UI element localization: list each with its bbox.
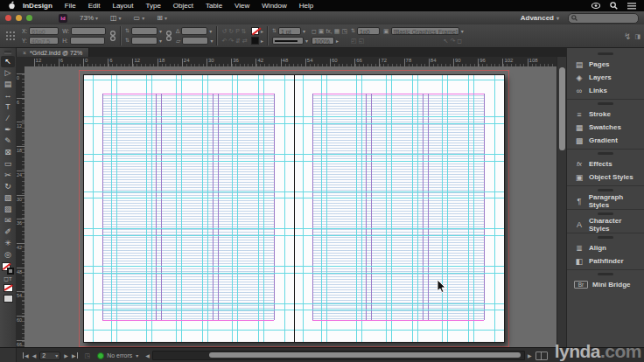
close-tab-icon[interactable]: × <box>23 50 26 56</box>
zoom-tool[interactable]: ◎ <box>1 249 15 261</box>
object-style-dropdown[interactable]: [Basic Graphics Frame] <box>391 27 459 35</box>
effects-1-icon[interactable]: ▣ <box>318 27 325 35</box>
menu-file[interactable]: File <box>59 2 82 10</box>
previous-page-button[interactable]: ◀ <box>32 352 37 359</box>
stroke-color-swatch[interactable] <box>251 37 259 45</box>
ruler-guide-vertical[interactable] <box>258 75 259 342</box>
menu-window[interactable]: Window <box>256 2 292 10</box>
panel-pages[interactable]: ▤Pages <box>567 58 644 71</box>
stroke-weight-field[interactable]: 1 pt <box>278 27 301 35</box>
fill-stroke-widget[interactable] <box>2 262 14 275</box>
effects-4-icon[interactable]: ◳ <box>341 27 347 35</box>
minimize-window-button[interactable] <box>16 15 22 21</box>
dock-group-grip[interactable] <box>598 152 613 155</box>
stroke-type-dropdown[interactable] <box>272 37 304 45</box>
scissors-tool[interactable]: ✂ <box>1 170 15 181</box>
ruler-guide-vertical[interactable] <box>207 75 208 342</box>
y-position-field[interactable]: 40p7.5 <box>29 37 59 45</box>
menu-view[interactable]: View <box>228 2 256 10</box>
fill-color-swatch[interactable] <box>251 27 259 35</box>
menu-type[interactable]: Type <box>140 2 167 10</box>
page-right[interactable] <box>294 75 504 342</box>
reference-point-proxy[interactable] <box>6 31 16 41</box>
panel-align[interactable]: ≣Align <box>567 241 644 254</box>
apply-none-button[interactable] <box>4 284 13 292</box>
close-window-button[interactable] <box>5 15 11 21</box>
preflight-menu-icon[interactable]: ◳ <box>85 352 91 359</box>
note-tool[interactable]: ✉ <box>1 215 15 226</box>
ruler-guide-vertical[interactable] <box>473 75 474 342</box>
transform-3-icon[interactable]: ⇄ <box>242 37 248 45</box>
panel-effects[interactable]: fxEffects <box>567 157 644 171</box>
ruler-guide-vertical[interactable] <box>284 75 285 342</box>
spread-view-icon[interactable] <box>536 352 548 360</box>
screen-mode-dropdown[interactable]: ▭▾ <box>134 14 145 22</box>
gradient-feather-tool[interactable]: ▨ <box>1 204 15 215</box>
direct-selection-tool[interactable]: ▷ <box>1 67 15 79</box>
ruler-guide-vertical[interactable] <box>237 75 238 342</box>
panel-paragraph-styles[interactable]: ¶Paragraph Styles <box>567 194 644 207</box>
search-input[interactable] <box>568 13 639 24</box>
next-page-button[interactable]: ▶ <box>64 352 68 359</box>
pen-tool[interactable]: ✒ <box>1 124 15 136</box>
constrain-scale-icon[interactable] <box>165 29 172 43</box>
panel-character-styles[interactable]: ACharacter Styles <box>567 218 644 231</box>
effects-0-icon[interactable]: ◻ <box>312 27 317 35</box>
line-tool[interactable]: ∕ <box>1 113 15 124</box>
panel-links[interactable]: ∞Links <box>567 84 644 97</box>
vertical-scrollbar-thumb[interactable] <box>559 67 565 150</box>
arrange-documents-dropdown[interactable]: ⊞▾ <box>157 14 167 22</box>
ruler-guide-vertical[interactable] <box>356 75 357 342</box>
effects-3-icon[interactable]: ▦ <box>334 27 340 35</box>
panel-stroke[interactable]: ≡Stroke <box>567 108 644 121</box>
opacity-field[interactable]: 100% <box>312 37 334 45</box>
x-position-field[interactable]: 61p0 <box>29 27 59 35</box>
ruler-guide-vertical[interactable] <box>391 75 392 342</box>
constrain-proportions-icon[interactable] <box>109 29 116 43</box>
height-field[interactable] <box>70 37 105 45</box>
quick-apply-icon[interactable]: ↯ <box>624 32 631 40</box>
ruler-guide-vertical[interactable] <box>263 75 264 342</box>
rotation-angle-field[interactable] <box>181 27 207 35</box>
preflight-dropdown-icon[interactable]: ▾ <box>136 352 138 359</box>
ruler-guide-vertical[interactable] <box>494 75 495 342</box>
menu-object[interactable]: Object <box>167 2 200 10</box>
ruler-guide-vertical[interactable] <box>111 75 112 342</box>
first-page-button[interactable]: ◀ <box>23 352 29 359</box>
transform-3-icon[interactable]: ⇅ <box>242 27 247 35</box>
menu-indesign[interactable]: InDesign <box>21 2 59 10</box>
canvas-pasteboard[interactable] <box>24 66 556 347</box>
zoom-level-dropdown[interactable]: 73%▾ <box>80 14 98 22</box>
dock-group-grip[interactable] <box>598 102 613 105</box>
gradient-swatch-tool[interactable]: ▧ <box>1 192 15 204</box>
dock-group-grip[interactable] <box>598 52 613 55</box>
page-left[interactable] <box>84 75 294 342</box>
transform-0-icon[interactable]: ↶ <box>221 37 227 45</box>
style-option-1-icon[interactable]: ↷ <box>450 37 455 45</box>
style-option-0-icon[interactable]: ↖ <box>444 37 449 45</box>
corner-options-icon[interactable]: ◰ <box>351 37 357 45</box>
ruler-guide-vertical[interactable] <box>232 75 233 342</box>
transform-1-icon[interactable]: ↻ <box>228 27 234 35</box>
panel-pathfinder[interactable]: ◧Pathfinder <box>567 254 644 268</box>
screen-mode-button[interactable] <box>4 295 13 303</box>
dock-group-grip[interactable] <box>598 189 613 191</box>
apple-menu[interactable] <box>8 1 16 10</box>
transform-1-icon[interactable]: ↷ <box>228 37 234 45</box>
view-options-dropdown[interactable]: ◫▾ <box>110 14 122 22</box>
ruler-guide-vertical[interactable] <box>442 75 443 342</box>
gap-tool[interactable]: ↔ <box>1 90 15 101</box>
scale-y-field[interactable] <box>131 37 158 45</box>
ruler-guide-vertical[interactable] <box>386 75 387 342</box>
eyedropper-tool[interactable]: ✐ <box>1 226 15 238</box>
ruler-guide-vertical[interactable] <box>151 75 152 342</box>
corner-radius-field[interactable]: 1p0 <box>357 27 380 35</box>
horizontal-scrollbar[interactable] <box>152 351 525 360</box>
rectangle-tool[interactable]: ▭ <box>1 158 15 170</box>
rectangle-frame-tool[interactable]: ⊠ <box>1 147 15 158</box>
ruler-guide-vertical[interactable] <box>202 75 203 342</box>
hand-tool[interactable]: ✳ <box>1 238 15 249</box>
ruler-guide-vertical[interactable] <box>417 75 418 342</box>
zoom-window-button[interactable] <box>26 15 32 21</box>
stroke-swatch[interactable] <box>7 268 14 275</box>
